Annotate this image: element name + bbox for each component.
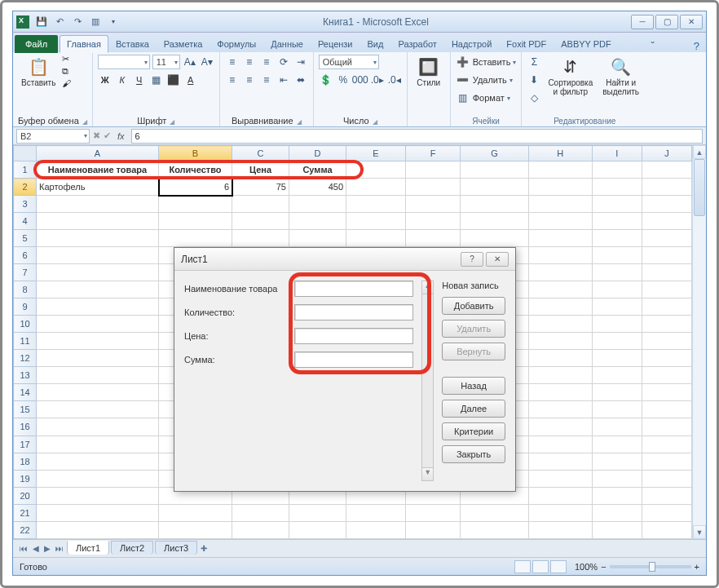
tab-abbyy[interactable]: ABBYY PDF xyxy=(554,35,619,53)
align-right-icon[interactable]: ≡ xyxy=(259,73,274,87)
cell[interactable] xyxy=(232,213,289,230)
cell[interactable] xyxy=(642,418,691,435)
cell[interactable] xyxy=(528,453,592,470)
cell[interactable] xyxy=(528,470,592,487)
cell[interactable] xyxy=(528,230,592,247)
vertical-scrollbar[interactable]: ▲ ▼ xyxy=(692,145,706,539)
col-header[interactable]: C xyxy=(232,146,289,161)
cell[interactable] xyxy=(642,350,691,367)
inc-decimal-icon[interactable]: .0▸ xyxy=(370,73,385,87)
view-normal-icon[interactable] xyxy=(514,560,531,573)
row-header[interactable]: 2 xyxy=(14,179,37,196)
cell[interactable] xyxy=(37,384,159,401)
cell[interactable] xyxy=(37,213,159,230)
select-all-corner[interactable] xyxy=(14,146,37,161)
form-input-sum[interactable] xyxy=(294,351,413,368)
tab-addins[interactable]: Надстрой xyxy=(444,35,499,53)
cell[interactable] xyxy=(346,161,406,179)
qat-more-icon[interactable]: ▾ xyxy=(106,15,121,29)
cell[interactable] xyxy=(346,213,406,230)
form-add-button[interactable]: Добавить xyxy=(442,297,505,315)
cell[interactable] xyxy=(461,161,528,179)
align-bottom-icon[interactable]: ≡ xyxy=(259,55,274,69)
cell[interactable] xyxy=(592,316,642,333)
cell[interactable] xyxy=(159,521,232,538)
tab-formulas[interactable]: Формулы xyxy=(210,35,263,53)
sheet-tab[interactable]: Лист2 xyxy=(111,541,153,555)
cut-icon[interactable]: ✂ xyxy=(62,54,71,64)
cell[interactable] xyxy=(528,435,592,453)
cell[interactable] xyxy=(528,521,592,538)
cell[interactable] xyxy=(232,196,289,213)
cell[interactable]: Сумма xyxy=(289,161,346,179)
tab-foxit[interactable]: Foxit PDF xyxy=(499,35,554,53)
cell[interactable] xyxy=(642,281,691,298)
form-criteria-button[interactable]: Критерии xyxy=(442,422,505,440)
save-icon[interactable]: 💾 xyxy=(34,15,49,29)
cell[interactable] xyxy=(37,401,159,418)
cell[interactable] xyxy=(528,161,592,179)
cell[interactable] xyxy=(592,230,642,247)
cell[interactable] xyxy=(642,161,691,179)
cell[interactable] xyxy=(528,179,592,196)
cell[interactable] xyxy=(642,298,691,316)
cell[interactable] xyxy=(592,333,642,350)
cell[interactable] xyxy=(592,470,642,487)
scroll-down-icon[interactable]: ▼ xyxy=(422,467,433,480)
align-middle-icon[interactable]: ≡ xyxy=(242,55,257,69)
cell[interactable] xyxy=(37,504,159,521)
cell[interactable] xyxy=(405,504,460,521)
cell[interactable] xyxy=(289,521,346,538)
font-color-icon[interactable]: A xyxy=(183,73,198,87)
row-header[interactable]: 7 xyxy=(14,264,37,281)
tab-review[interactable]: Рецензи xyxy=(311,35,360,53)
delete-cells-icon[interactable]: ➖ xyxy=(456,73,470,87)
cell[interactable] xyxy=(642,264,691,281)
form-prev-button[interactable]: Назад xyxy=(442,377,505,395)
cell[interactable] xyxy=(405,179,460,196)
cell[interactable] xyxy=(461,504,528,521)
comma-icon[interactable]: 000 xyxy=(353,73,368,87)
shrink-font-icon[interactable]: A▾ xyxy=(200,55,214,69)
row-header[interactable]: 16 xyxy=(14,418,37,435)
undo-icon[interactable]: ↶ xyxy=(52,15,67,29)
dialog-help-button[interactable]: ? xyxy=(461,252,483,267)
cell[interactable] xyxy=(37,333,159,350)
cell[interactable] xyxy=(289,213,346,230)
fx-cancel-icon[interactable]: ✖ xyxy=(93,130,100,141)
cell[interactable] xyxy=(405,230,460,247)
align-top-icon[interactable]: ≡ xyxy=(225,55,240,69)
copy-icon[interactable]: ⧉ xyxy=(62,66,71,77)
cell[interactable] xyxy=(37,247,159,264)
cell[interactable] xyxy=(528,367,592,384)
cell[interactable] xyxy=(37,281,159,298)
percent-icon[interactable]: % xyxy=(336,73,351,87)
cell[interactable] xyxy=(159,213,232,230)
cell[interactable] xyxy=(37,264,159,281)
align-center-icon[interactable]: ≡ xyxy=(242,73,257,87)
cell[interactable] xyxy=(592,453,642,470)
cell[interactable]: 6 xyxy=(159,179,232,196)
view-pagebreak-icon[interactable] xyxy=(550,560,567,573)
row-header[interactable]: 13 xyxy=(14,367,37,384)
zoom-out-icon[interactable]: − xyxy=(601,562,606,572)
bold-icon[interactable]: Ж xyxy=(98,73,112,87)
cell[interactable] xyxy=(642,435,691,453)
cell[interactable] xyxy=(159,504,232,521)
cell[interactable] xyxy=(346,521,406,538)
row-header[interactable]: 4 xyxy=(14,213,37,230)
cell[interactable] xyxy=(346,196,406,213)
form-close-button[interactable]: Закрыть xyxy=(442,445,505,463)
cell[interactable]: 75 xyxy=(232,179,289,196)
cell[interactable] xyxy=(592,435,642,453)
cell[interactable] xyxy=(528,350,592,367)
cell[interactable] xyxy=(592,196,642,213)
cell[interactable] xyxy=(528,316,592,333)
cell[interactable] xyxy=(642,213,691,230)
cell[interactable] xyxy=(592,350,642,367)
underline-icon[interactable]: Ч xyxy=(132,73,147,87)
tab-data[interactable]: Данные xyxy=(263,35,311,53)
sheet-tab[interactable]: Лист1 xyxy=(67,541,109,555)
border-icon[interactable]: ▦ xyxy=(149,73,164,87)
number-format-combo[interactable]: Общий xyxy=(319,55,379,69)
